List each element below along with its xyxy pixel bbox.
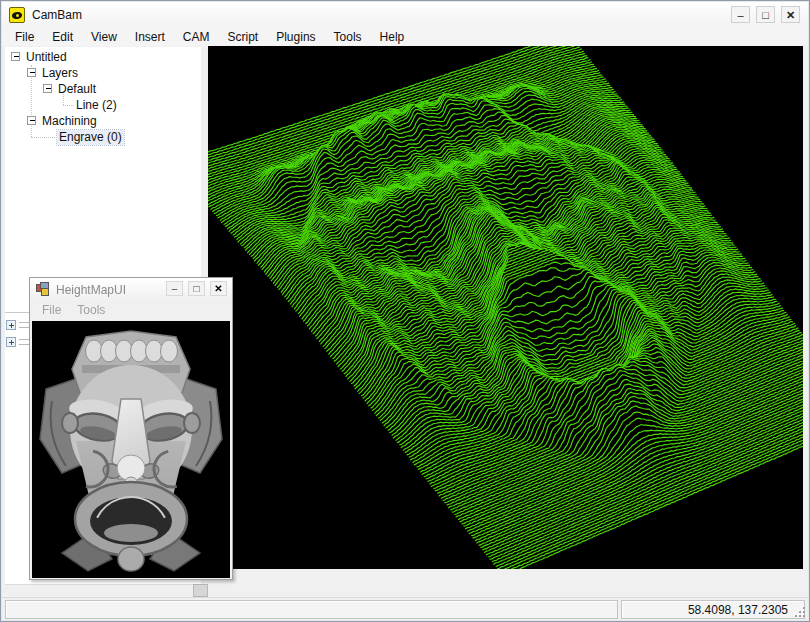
cursor-coordinates: 58.4098, 137.2305: [688, 603, 788, 617]
menu-file[interactable]: File: [6, 28, 43, 46]
heightmap-minimize-button[interactable]: –: [166, 281, 183, 296]
statusbar: 58.4098, 137.2305: [2, 597, 808, 620]
menu-cam[interactable]: CAM: [174, 28, 219, 46]
heightmap-window: HeightMapUI – □ ✕ File Tools: [29, 277, 233, 580]
tree-expander-untitled[interactable]: [11, 52, 20, 61]
tree-node-engrave[interactable]: Engrave (0): [57, 130, 124, 145]
tree-node-layers[interactable]: Layers: [40, 66, 80, 81]
tree-connector: [63, 105, 74, 106]
heightmap-window-title: HeightMapUI: [56, 283, 126, 297]
close-button[interactable]: ✕: [781, 6, 800, 23]
menu-tools[interactable]: Tools: [325, 28, 371, 46]
heightmap-menu-file[interactable]: File: [34, 301, 69, 319]
resize-grip[interactable]: [795, 607, 805, 617]
expand-plus-icon[interactable]: [6, 320, 16, 330]
menubar: File Edit View Insert CAM Script Plugins…: [2, 27, 808, 46]
heightmap-source-image: [32, 321, 230, 578]
window-title: CamBam: [32, 8, 82, 22]
titlebar[interactable]: CamBam – □ ✕: [2, 2, 808, 27]
tree-connector: [31, 137, 57, 138]
menu-view[interactable]: View: [82, 28, 126, 46]
tree-node-untitled[interactable]: Untitled: [24, 50, 69, 65]
tree-node-line[interactable]: Line (2): [74, 98, 119, 113]
menu-help[interactable]: Help: [371, 28, 414, 46]
menu-insert[interactable]: Insert: [126, 28, 174, 46]
minimize-button[interactable]: –: [731, 6, 750, 23]
status-message-panel: [5, 600, 618, 619]
cambam-window: CamBam – □ ✕ File Edit View Insert CAM S…: [0, 0, 810, 622]
splitter-grip[interactable]: [193, 584, 208, 597]
menu-plugins[interactable]: Plugins: [267, 28, 324, 46]
heightmap-titlebar[interactable]: HeightMapUI – □ ✕: [30, 278, 232, 300]
tree-connector: [31, 126, 32, 137]
heightmap-menubar: File Tools: [30, 300, 232, 320]
status-coordinates-panel: 58.4098, 137.2305: [621, 600, 805, 619]
menu-edit[interactable]: Edit: [43, 28, 82, 46]
expand-plus-icon[interactable]: [6, 337, 16, 347]
tree-node-machining[interactable]: Machining: [40, 114, 99, 129]
heightmap-menu-tools[interactable]: Tools: [69, 301, 113, 319]
tree-node-default[interactable]: Default: [56, 82, 98, 97]
panel-bottom-border: [5, 584, 201, 585]
tree-expander-layers[interactable]: [27, 68, 36, 77]
tree-expander-machining[interactable]: [27, 116, 36, 125]
winforms-app-icon: [36, 282, 50, 296]
cambam-logo-icon: [9, 7, 25, 23]
heightmap-maximize-button[interactable]: □: [188, 281, 205, 296]
menu-script[interactable]: Script: [219, 28, 268, 46]
maximize-button[interactable]: □: [756, 6, 775, 23]
tree-expander-default[interactable]: [43, 84, 52, 93]
panel-divider: [5, 312, 31, 313]
3d-viewport-canvas[interactable]: [208, 46, 803, 569]
heightmap-close-button[interactable]: ✕: [210, 281, 227, 296]
